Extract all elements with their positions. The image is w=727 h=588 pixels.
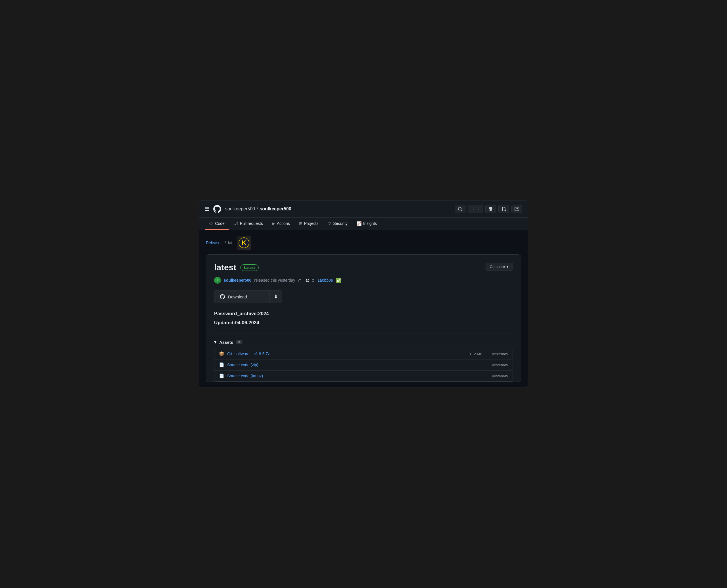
asset-row: 📄 Source code (tar.gz) yesterday (214, 371, 513, 381)
asset-date-2: yesterday (485, 374, 508, 378)
release-author[interactable]: soulkeeper500 (224, 278, 251, 282)
asset-size-0: 31.2 MB (460, 352, 482, 356)
tab-pull-requests-label: Pull requests (240, 221, 263, 226)
release-meta: S soulkeeper500 released this yesterday … (214, 277, 513, 284)
asset-date-0: yesterday (485, 352, 508, 356)
code-icon: <> (209, 221, 213, 226)
github-logo[interactable] (213, 205, 222, 213)
tab-insights-label: Insights (363, 221, 377, 226)
commit-icon: ⊙ (312, 278, 315, 282)
download-icon-button[interactable]: ⬇ (270, 291, 282, 303)
assets-list: 📦 Git_softwares_v1.9.6.7z 31.2 MB yester… (214, 348, 513, 382)
tab-projects-label: Projects (304, 221, 319, 226)
release-updated: Updated:04.06.2024 (214, 320, 513, 326)
app-window: ☰ soulkeeper500 / soulkeeper500 (199, 200, 528, 388)
create-button[interactable] (468, 205, 483, 213)
graph-icon: 📈 (357, 221, 361, 226)
asset-name-0[interactable]: Git_softwares_v1.9.6.7z (227, 352, 457, 356)
download-label: Download (228, 294, 247, 299)
release-header: latest Latest Compare ▾ (214, 262, 513, 272)
notifications-button[interactable] (485, 205, 496, 213)
archive-icon: 📦 (219, 351, 224, 356)
asset-name-1[interactable]: Source code (zip) (227, 362, 457, 367)
repo-separator: / (257, 206, 258, 211)
compare-chevron-icon: ▾ (506, 265, 508, 269)
assets-chevron-icon: ▾ (214, 340, 216, 345)
release-text: released this yesterday (254, 278, 295, 282)
release-title-row: latest Latest (214, 262, 259, 272)
repo-logo: K (237, 236, 251, 250)
topbar: ☰ soulkeeper500 / soulkeeper500 (199, 201, 528, 218)
pull-requests-button[interactable] (498, 205, 509, 213)
breadcrumb-separator: / (225, 240, 226, 245)
main-content: Releases / lat K latest Latest Compar (199, 230, 528, 387)
play-icon: ▶ (272, 221, 275, 226)
release-description: Password_archive:2024 (214, 311, 513, 317)
tab-code[interactable]: <> Code (205, 218, 229, 230)
asset-date-1: yesterday (485, 363, 508, 367)
commit-hash[interactable]: 1a0bb3e (317, 278, 333, 282)
topbar-left: ☰ soulkeeper500 / soulkeeper500 (205, 205, 291, 213)
assets-section: ▾ Assets 3 📦 Git_softwares_v1.9.6.7z 31.… (214, 334, 513, 382)
repo-breadcrumb: soulkeeper500 / soulkeeper500 (225, 206, 291, 211)
repo-owner[interactable]: soulkeeper500 (225, 206, 255, 211)
asset-row: 📄 Source code (zip) yesterday (214, 359, 513, 371)
assets-header[interactable]: ▾ Assets 3 (214, 340, 513, 345)
repo-name[interactable]: soulkeeper500 (259, 206, 291, 211)
avatar: S (214, 277, 221, 284)
shield-icon: 🛡 (328, 221, 331, 226)
tab-insights[interactable]: 📈 Insights (353, 218, 381, 230)
download-btn-group: Download ⬇ (214, 291, 282, 303)
release-card: latest Latest Compare ▾ S soulkeeper500 … (206, 254, 521, 382)
latest-badge: Latest (240, 264, 258, 271)
svg-text:K: K (242, 239, 246, 246)
assets-label: Assets (219, 340, 233, 345)
topbar-right (455, 205, 522, 213)
search-button[interactable] (455, 205, 465, 213)
octocat-icon (220, 294, 225, 299)
asset-row: 📦 Git_softwares_v1.9.6.7z 31.2 MB yester… (214, 349, 513, 359)
download-button[interactable]: Download (214, 291, 270, 303)
tab-actions-label: Actions (277, 221, 290, 226)
grid-icon: ⊞ (299, 221, 303, 226)
verified-icon: ✅ (336, 278, 341, 283)
breadcrumb-current: lat (228, 240, 232, 245)
inbox-button[interactable] (512, 205, 522, 213)
nav-tabs: <> Code ⎇ Pull requests ▶ Actions ⊞ Proj… (199, 218, 528, 230)
release-title: latest (214, 262, 236, 272)
hamburger-icon[interactable]: ☰ (205, 206, 209, 212)
file-icon: 📄 (219, 373, 224, 378)
tab-actions[interactable]: ▶ Actions (268, 218, 294, 230)
pull-request-icon: ⎇ (234, 221, 238, 226)
compare-label: Compare (490, 265, 505, 269)
tab-security-label: Security (333, 221, 348, 226)
tab-projects[interactable]: ⊞ Projects (295, 218, 323, 230)
download-arrow-icon: ⬇ (274, 294, 278, 300)
compare-button[interactable]: Compare ▾ (485, 262, 513, 271)
breadcrumb: Releases / lat K (206, 236, 521, 250)
tag-icon: 🏷 (298, 278, 302, 282)
tab-security[interactable]: 🛡 Security (324, 218, 352, 230)
tab-code-label: Code (215, 221, 224, 226)
tab-pull-requests[interactable]: ⎇ Pull requests (230, 218, 267, 230)
releases-link[interactable]: Releases (206, 240, 222, 245)
assets-count-badge: 3 (236, 340, 243, 344)
asset-name-2[interactable]: Source code (tar.gz) (227, 374, 457, 378)
file-icon: 📄 (219, 362, 224, 368)
download-section: Download ⬇ (214, 291, 513, 303)
release-tag: lat (305, 278, 309, 282)
